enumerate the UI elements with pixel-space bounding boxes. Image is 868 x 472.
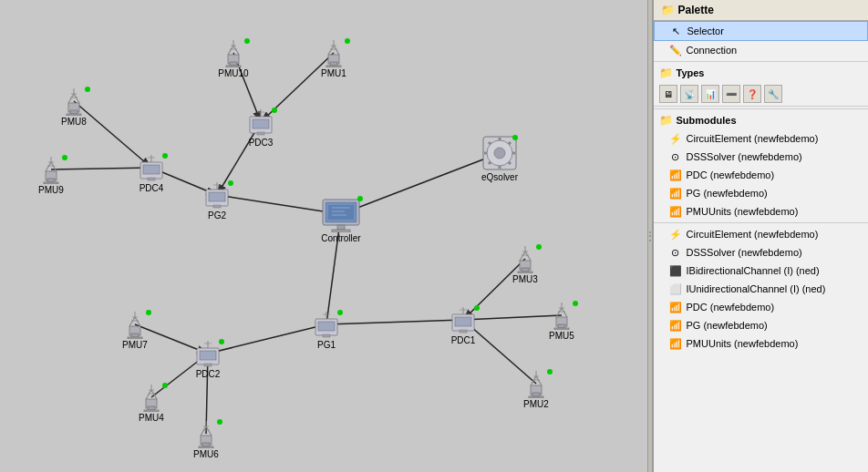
svg-rect-100 — [529, 396, 543, 398]
svg-rect-84 — [455, 317, 471, 326]
node-icon-eqsolver — [481, 135, 518, 171]
palette-item-circuitelement-(newfebdemo)[interactable]: ⚡CircuitElement (newfebdemo) — [654, 129, 869, 148]
svg-line-32 — [334, 46, 339, 55]
green-dot-pdc4 — [162, 153, 168, 159]
svg-line-61 — [489, 162, 491, 164]
node-pmu6[interactable]: PMU6 — [190, 419, 222, 459]
node-pmu3[interactable]: PMU3 — [509, 244, 542, 284]
node-pmu5[interactable]: PMU5 — [545, 301, 578, 341]
palette-item-pdc-(newfebdemo)[interactable]: 📶PDC (newfebdemo) — [654, 298, 869, 316]
node-pdc2[interactable]: PDC2 — [191, 339, 224, 379]
connection-pdc1-pg1 — [326, 320, 463, 324]
svg-rect-108 — [128, 337, 142, 339]
tool-btn-1[interactable]: 🖥 — [659, 85, 677, 103]
tool-btn-5[interactable]: ❓ — [743, 85, 761, 103]
svg-rect-89 — [318, 322, 335, 331]
selector-arrow-icon: ↖ — [669, 24, 684, 38]
node-label-pdc1: PDC1 — [451, 335, 476, 345]
svg-line-69 — [525, 251, 531, 261]
green-dot-pmu4 — [162, 383, 168, 388]
svg-rect-74 — [518, 272, 532, 273]
node-label-pdc2: PDC2 — [196, 369, 221, 379]
node-pmu4[interactable]: PMU4 — [135, 383, 168, 423]
palette-item-pg-(newfebdemo)[interactable]: 📶PG (newfebdemo) — [654, 316, 869, 334]
palette-header: 📁 Palette — [654, 0, 869, 21]
svg-line-102 — [129, 317, 135, 326]
palette-selector[interactable]: ↖ Selector — [654, 21, 869, 41]
tool-btn-3[interactable]: 📊 — [701, 85, 719, 103]
node-icon-controller — [319, 196, 363, 232]
node-label-eqsolver: eQsolver — [481, 172, 518, 182]
green-dot-pg2 — [228, 180, 233, 186]
item-icon: ⚡ — [668, 227, 683, 241]
svg-rect-52 — [328, 205, 354, 220]
palette-item-dsssolver-(newfebdemo)[interactable]: ⊙DSSSolver (newfebdemo) — [654, 148, 869, 166]
item-label: IUnidirectionalChannel (I) (ned) — [687, 283, 826, 294]
node-label-pmu3: PMU3 — [512, 274, 538, 284]
item-icon: ⊙ — [668, 245, 683, 260]
palette-item-iunidirectionalchannel-(i)-(ned)[interactable]: ⬜IUnidirectionalChannel (I) (ned) — [654, 280, 869, 298]
svg-line-68 — [520, 251, 525, 261]
node-icon-pmu8 — [57, 87, 90, 116]
item-label: IBidirectionalChannel (I) (ned) — [687, 265, 820, 276]
node-label-controller: Controller — [321, 233, 360, 243]
green-dot-pdc1 — [474, 305, 480, 311]
node-label-pmu8: PMU8 — [61, 117, 87, 127]
node-eqsolver[interactable]: eQsolver — [481, 135, 518, 182]
tool-icons-row: 🖥 📡 📊 ➖ ❓ 🔧 — [654, 82, 869, 107]
palette-item-pdc-(newfebdemo)[interactable]: 📶PDC (newfebdemo) — [654, 166, 869, 184]
green-dot-pmu9 — [62, 155, 67, 160]
palette-connection[interactable]: ✏️ Connection — [654, 41, 869, 59]
svg-rect-110 — [200, 351, 216, 360]
palette-item-pg-(newfebdemo)[interactable]: 📶PG (newfebdemo) — [654, 184, 869, 202]
node-icon-pg1 — [310, 310, 343, 339]
svg-line-23 — [228, 46, 233, 55]
tool-btn-2[interactable]: 📡 — [680, 85, 698, 103]
palette-item-pmuunits-(newfebdemo)[interactable]: 📶PMUUnits (newfebdemo) — [654, 202, 869, 221]
node-pmu7[interactable]: PMU7 — [119, 310, 151, 350]
svg-line-94 — [531, 376, 536, 385]
node-label-pmu10: PMU10 — [218, 68, 248, 78]
node-pdc1[interactable]: PDC1 — [447, 305, 480, 345]
connection-controller-eqsolver — [341, 153, 500, 214]
item-icon: 📶 — [668, 186, 683, 200]
palette-item-ibidirectionalchannel-(i)-(ned)[interactable]: ⬛IBidirectionalChannel (I) (ned) — [654, 262, 869, 280]
node-controller[interactable]: Controller — [319, 196, 363, 243]
node-label-pdc4: PDC4 — [140, 183, 164, 193]
node-label-pg2: PG2 — [208, 210, 226, 221]
node-pmu9[interactable]: PMU9 — [35, 155, 67, 195]
svg-rect-107 — [131, 333, 139, 337]
submodules-section-header[interactable]: 📁 Submodules — [654, 111, 869, 129]
palette-scroll[interactable]: ↖ Selector ✏️ Connection 📁 Types 🖥 📡 📊 ➖… — [654, 21, 869, 472]
palette-item-circuitelement-(newfebdemo)[interactable]: ⚡CircuitElement (newfebdemo) — [654, 225, 869, 243]
canvas-area[interactable]: PMU8 PMU9 PDC4 — [0, 0, 647, 472]
connection-label: Connection — [687, 45, 738, 56]
node-pmu10[interactable]: PMU10 — [217, 38, 250, 78]
palette-item-dsssolver-(newfebdemo)[interactable]: ⊙DSSSolver (newfebdemo) — [654, 243, 869, 262]
green-dot-controller — [357, 196, 363, 201]
svg-rect-129 — [199, 446, 213, 448]
palette-panel: 📁 Palette ↖ Selector ✏️ Connection 📁 Typ… — [653, 0, 869, 472]
tool-btn-4[interactable]: ➖ — [722, 85, 740, 103]
node-pg1[interactable]: PG1 — [310, 310, 343, 350]
green-dot-pmu2 — [547, 369, 553, 375]
node-label-pmu2: PMU2 — [523, 399, 549, 409]
palette-item-pmuunits-(newfebdemo)[interactable]: 📶PMUUnits (newfebdemo) — [654, 334, 869, 353]
types-section-header[interactable]: 📁 Types — [654, 64, 869, 82]
node-pdc4[interactable]: PDC4 — [135, 153, 168, 193]
green-dot-pmu6 — [217, 419, 222, 425]
tool-btn-6[interactable]: 🔧 — [764, 85, 782, 103]
node-label-pmu6: PMU6 — [193, 449, 219, 459]
svg-rect-82 — [554, 328, 569, 330]
types-label: Types — [677, 67, 705, 78]
node-pmu2[interactable]: PMU2 — [520, 369, 553, 409]
item-label: PMUUnits (newfebdemo) — [687, 338, 799, 349]
node-pg2[interactable]: PG2 — [201, 180, 233, 221]
node-pmu1[interactable]: PMU1 — [317, 38, 350, 78]
svg-line-24 — [233, 46, 239, 55]
divider-2 — [654, 108, 869, 109]
node-pmu8[interactable]: PMU8 — [57, 87, 90, 127]
svg-rect-128 — [202, 443, 210, 446]
node-pdc3[interactable]: PDC3 — [244, 108, 277, 148]
item-label: PDC (newfebdemo) — [687, 169, 775, 180]
